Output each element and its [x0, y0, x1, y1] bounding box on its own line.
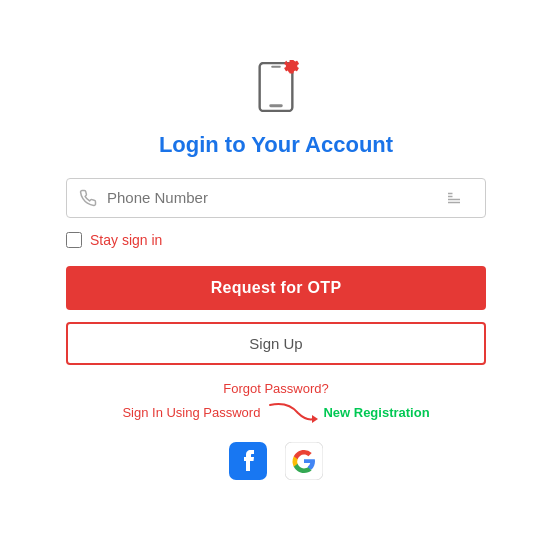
phone-input[interactable]: [107, 189, 445, 206]
google-login-button[interactable]: [284, 441, 324, 481]
new-registration-label[interactable]: New Registration: [323, 405, 429, 420]
svg-rect-2: [269, 104, 282, 107]
facebook-login-button[interactable]: [228, 441, 268, 481]
page-title: Login to Your Account: [159, 132, 393, 158]
forgot-password-link[interactable]: Forgot Password?: [223, 381, 329, 396]
google-icon: [285, 442, 323, 480]
phone-input-icon: [79, 189, 97, 207]
request-otp-button[interactable]: Request for OTP: [66, 266, 486, 310]
social-login-row: [228, 441, 324, 481]
login-container: Login to Your Account Stay sign in Reque…: [66, 60, 486, 481]
sign-in-password-link[interactable]: Sign In Using Password: [122, 405, 260, 420]
forgot-password-row: Forgot Password?: [66, 379, 486, 397]
svg-rect-1: [271, 65, 281, 67]
signup-button[interactable]: Sign Up: [66, 322, 486, 365]
phone-clear-icon: [445, 189, 463, 207]
logo-area: [251, 60, 301, 114]
new-registration-block: New Registration: [268, 399, 429, 427]
stay-sign-row: Stay sign in: [66, 232, 486, 248]
svg-marker-7: [312, 415, 318, 423]
links-bottom-row: Sign In Using Password New Registration: [66, 399, 486, 427]
stay-sign-label: Stay sign in: [90, 232, 162, 248]
phone-input-wrap: [66, 178, 486, 218]
stay-sign-checkbox[interactable]: [66, 232, 82, 248]
facebook-icon: [229, 442, 267, 480]
gear-icon: [281, 60, 301, 80]
app-logo: [251, 60, 301, 114]
arrow-icon: [268, 399, 323, 427]
